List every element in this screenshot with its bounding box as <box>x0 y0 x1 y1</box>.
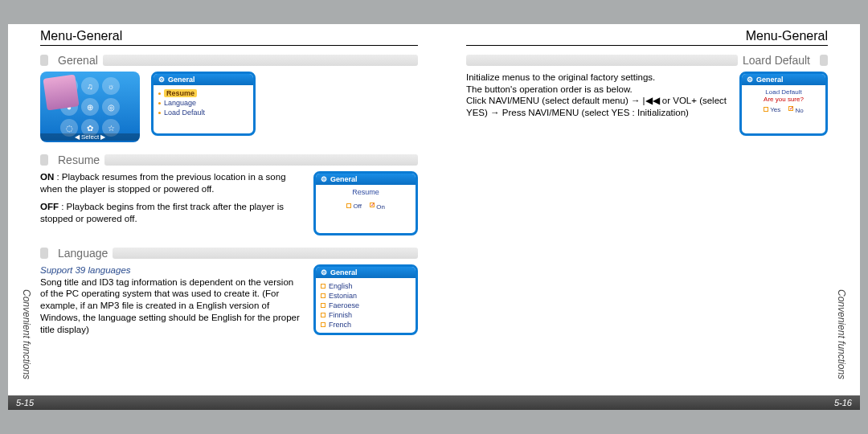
bullet-icon <box>40 154 48 166</box>
page-title-right: Menu-General <box>466 29 828 46</box>
device-body: Resume Language Load Default <box>154 85 253 133</box>
device-item: Language <box>158 98 248 108</box>
off-text: : Playback begins from the first track a… <box>40 202 284 223</box>
section-bar-resume: Resume <box>40 154 418 166</box>
device-titlebar: ⚙ General <box>316 174 416 185</box>
device-item: Faeroese <box>321 301 411 310</box>
device-resume: ⚙ General Resume Off On <box>313 171 418 235</box>
section-strip <box>103 55 418 66</box>
opt-off: Off <box>353 203 362 210</box>
gear-icon: ⚙ <box>747 76 753 84</box>
device-item: Estonian <box>321 291 411 301</box>
footer-left: 5-15 <box>8 395 434 410</box>
language-text: Support 39 languages Song title and ID3 … <box>40 264 302 335</box>
device-title-text: General <box>330 175 358 183</box>
section-strip <box>466 55 738 66</box>
section-heading-language: Language <box>53 247 113 260</box>
device-sub: Load Default <box>747 88 821 96</box>
opt-on: On <box>376 203 385 211</box>
checkbox-yes-icon <box>764 107 768 112</box>
gear-icon: ⚙ <box>321 175 327 183</box>
device-general-list: ⚙ General Resume Language Load Default <box>151 72 256 136</box>
device-icon-grid: ♪ ♫ ☼ ● ⊕ ◎ ◌ ✿ ☆ ◀ Select ▶ <box>40 72 140 142</box>
load-row: Initialize menus to the original factory… <box>466 72 828 136</box>
section-bar-language: Language <box>40 247 418 260</box>
opt-no: No <box>796 107 804 114</box>
resume-text: ON : Playback resumes from the previous … <box>40 171 302 235</box>
select-footer: ◀ Select ▶ <box>40 133 140 141</box>
section-bar-load: Loard Default <box>466 54 828 67</box>
section-bar-general: Gerenal <box>40 54 418 67</box>
page-left: Menu-General Gerenal ♪ ♫ ☼ ● ⊕ ◎ ◌ <box>8 24 434 410</box>
device-body: English Estonian Faeroese Finnish French <box>316 278 416 333</box>
load-p2: The button's operation order is as below… <box>466 84 728 96</box>
device-item: Resume <box>158 88 248 98</box>
device-item: Load Default <box>158 108 248 117</box>
section-strip <box>104 154 418 166</box>
page-title-left: Menu-General <box>40 29 418 46</box>
general-row: ♪ ♫ ☼ ● ⊕ ◎ ◌ ✿ ☆ ◀ Select ▶ ⚙ <box>40 72 418 142</box>
off-label: OFF <box>40 202 59 211</box>
device-item: English <box>321 281 411 291</box>
bullet-icon <box>40 55 48 66</box>
page-number: 5-16 <box>834 398 852 407</box>
tile-icon: ⊕ <box>81 98 99 116</box>
page-right: Menu-General Loard Default Initialize me… <box>434 24 860 410</box>
device-title-text: General <box>330 268 358 276</box>
device-options: Yes No <box>747 106 821 114</box>
device-load-default: ⚙ General Load Default Are you sure? Yes… <box>739 72 828 136</box>
device-body: Resume Off On <box>316 185 416 233</box>
on-text: : Playback resumes from the previous loc… <box>40 172 286 194</box>
device-sub: Resume <box>321 188 411 196</box>
checkbox-off-icon <box>346 203 351 208</box>
side-label-left: Convenient functions <box>21 289 32 379</box>
device-title-text: General <box>756 76 784 84</box>
language-sub: Support 39 languages <box>40 264 302 276</box>
tile-icon: ◎ <box>102 98 120 116</box>
load-p3: Click NAVI/MENU (select default menu) → … <box>466 95 728 118</box>
on-label: ON <box>40 172 54 182</box>
device-item: Finnish <box>321 310 411 320</box>
opt-yes: Yes <box>770 106 780 113</box>
page-spread: Menu-General Gerenal ♪ ♫ ☼ ● ⊕ ◎ ◌ <box>8 24 860 410</box>
device-warning: Are you sure? <box>747 96 821 103</box>
device-language: ⚙ General English Estonian Faeroese Finn… <box>313 264 418 335</box>
section-strip <box>113 248 418 259</box>
language-row: Support 39 languages Song title and ID3 … <box>40 264 418 335</box>
bullet-icon <box>820 55 828 66</box>
device-titlebar: ⚙ General <box>742 74 825 85</box>
footer-right: 5-16 <box>434 395 860 410</box>
bullet-icon <box>40 248 48 259</box>
tile-icon: ☼ <box>102 77 120 95</box>
device-titlebar: ⚙ General <box>154 74 253 85</box>
device-titlebar: ⚙ General <box>316 267 416 278</box>
device-options: Off On <box>321 203 411 211</box>
side-label-right: Convenient functions <box>836 289 847 379</box>
page-number: 5-15 <box>16 398 34 407</box>
section-heading-resume: Resume <box>53 154 104 166</box>
section-heading-load: Loard Default <box>738 54 815 67</box>
load-text: Initialize menus to the original factory… <box>466 72 728 136</box>
gear-icon: ⚙ <box>158 76 165 84</box>
package-icon <box>43 74 79 110</box>
checkbox-on-icon <box>370 203 375 207</box>
language-body: Song title and ID3 tag information is de… <box>40 276 302 336</box>
section-heading-general: Gerenal <box>53 54 103 67</box>
device-body: Load Default Are you sure? Yes No <box>742 85 825 133</box>
device-item: French <box>321 320 411 330</box>
checkbox-no-icon <box>788 106 793 111</box>
resume-row: ON : Playback resumes from the previous … <box>40 171 418 235</box>
device-title-text: General <box>168 76 195 84</box>
load-p1: Initialize menus to the original factory… <box>466 72 728 84</box>
tile-icon: ♫ <box>81 77 99 95</box>
gear-icon: ⚙ <box>321 268 327 276</box>
